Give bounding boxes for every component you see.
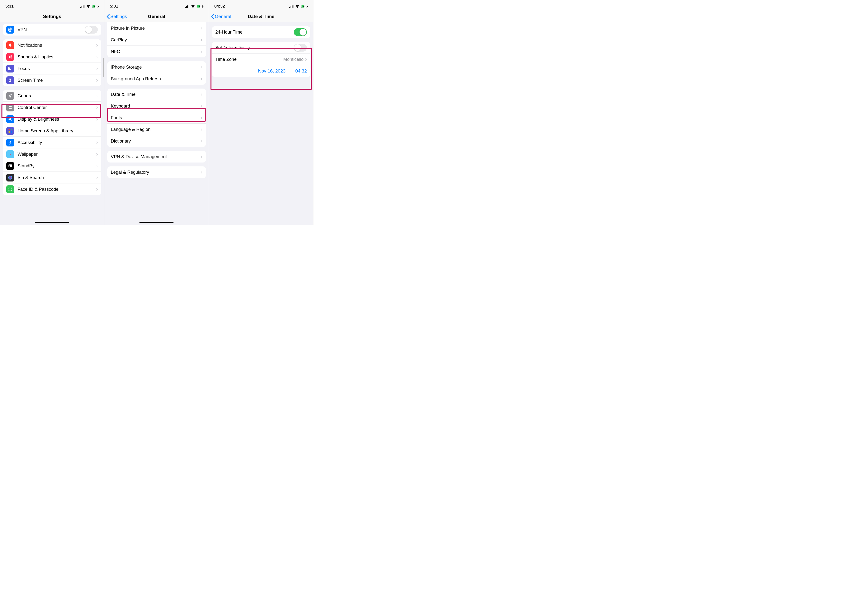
chevron-right-icon: › <box>200 115 202 120</box>
home-indicator[interactable] <box>35 221 69 223</box>
timezone-row[interactable]: Time Zone Monticello › <box>212 53 310 65</box>
general-screen: 5:31 Settings General Picture in Picture… <box>105 0 209 225</box>
svg-rect-1 <box>81 6 82 8</box>
twenty-four-toggle[interactable] <box>294 28 307 36</box>
list-item[interactable]: CarPlay› <box>107 34 206 46</box>
svg-point-20 <box>10 152 11 153</box>
svg-point-23 <box>11 153 12 155</box>
wifi-icon <box>191 5 195 8</box>
list-item[interactable]: Display & Brightness› <box>3 113 101 125</box>
list-item[interactable]: Accessibility› <box>3 137 101 148</box>
svg-rect-17 <box>11 131 12 133</box>
svg-point-11 <box>9 106 10 107</box>
vpn-row[interactable]: VPN <box>3 24 101 36</box>
list-item[interactable]: Dictionary› <box>107 135 206 147</box>
back-button[interactable]: General <box>209 14 231 19</box>
svg-rect-30 <box>186 6 187 8</box>
item-label: iPhone Storage <box>111 64 200 70</box>
bell-icon <box>6 41 14 49</box>
battery-icon <box>301 5 308 8</box>
chevron-right-icon: › <box>200 103 202 109</box>
siri-icon <box>6 174 14 181</box>
list-item[interactable]: Language & Region› <box>107 123 206 135</box>
svg-rect-0 <box>80 7 81 8</box>
item-label: Wallpaper <box>17 151 96 157</box>
svg-rect-37 <box>290 6 291 8</box>
item-label: NFC <box>111 49 200 54</box>
list-item[interactable]: Fonts› <box>107 112 206 123</box>
list-item[interactable]: Face ID & Passcode› <box>3 184 101 195</box>
item-label: Home Screen & App Library <box>17 128 96 134</box>
chevron-right-icon: › <box>200 64 202 70</box>
svg-point-8 <box>9 95 11 97</box>
svg-rect-32 <box>189 5 189 8</box>
list-item[interactable]: Background App Refresh› <box>107 73 206 85</box>
svg-point-18 <box>10 141 11 142</box>
chevron-right-icon: › <box>96 128 98 134</box>
date-value[interactable]: Nov 16, 2023 <box>258 69 286 74</box>
list-item[interactable]: Focus› <box>3 63 101 75</box>
item-label: Focus <box>17 66 96 71</box>
item-label: Accessibility <box>17 140 96 145</box>
svg-point-19 <box>10 154 11 155</box>
cellular-icon <box>80 5 85 8</box>
vpn-label: VPN <box>17 27 85 32</box>
chevron-left-icon <box>106 14 110 19</box>
chevron-right-icon: › <box>96 151 98 157</box>
list-item[interactable]: VPN & Device Management› <box>107 151 206 162</box>
list-item[interactable]: Keyboard› <box>107 100 206 112</box>
item-label: Notifications <box>17 42 96 48</box>
list-item[interactable]: Screen Time› <box>3 75 101 86</box>
wifi-icon <box>86 5 91 8</box>
list-item[interactable]: Picture in Picture› <box>107 22 206 34</box>
list-item[interactable]: Wallpaper› <box>3 148 101 160</box>
item-label: Siri & Search <box>17 175 96 180</box>
settings-screen: 5:31 Settings VPN Notifications›Sounds &… <box>0 0 105 225</box>
time-value[interactable]: 04:32 <box>295 69 307 74</box>
list-item[interactable]: Date & Time› <box>107 89 206 100</box>
status-icons <box>289 5 308 8</box>
status-bar: 04:32 <box>209 0 313 11</box>
wifi-icon <box>295 5 300 8</box>
home-indicator[interactable] <box>139 221 173 223</box>
svg-rect-38 <box>292 5 292 8</box>
item-label: StandBy <box>17 163 96 168</box>
chevron-right-icon: › <box>96 140 98 145</box>
list-item[interactable]: Siri & Search› <box>3 172 101 184</box>
globe-icon <box>6 26 14 34</box>
item-label: Sounds & Haptics <box>17 54 96 59</box>
item-label: Language & Region <box>111 127 200 132</box>
list-item[interactable]: StandBy› <box>3 160 101 172</box>
item-label: Date & Time <box>111 92 200 97</box>
twenty-four-row[interactable]: 24-Hour Time <box>212 26 310 38</box>
grid-icon <box>6 127 14 135</box>
vpn-toggle[interactable] <box>85 26 98 34</box>
datetime-row[interactable]: Nov 16, 2023 04:32 <box>212 65 310 77</box>
list-item[interactable]: Home Screen & App Library› <box>3 125 101 137</box>
set-auto-toggle[interactable] <box>294 44 307 51</box>
chevron-right-icon: › <box>200 25 202 31</box>
set-auto-row[interactable]: Set Automatically <box>212 42 310 53</box>
status-time: 5:31 <box>5 4 14 9</box>
item-label: Picture in Picture <box>111 25 200 31</box>
list-item[interactable]: NFC› <box>107 46 206 58</box>
list-item[interactable]: General› <box>3 90 101 102</box>
item-label: Screen Time <box>17 78 96 83</box>
svg-rect-3 <box>84 5 85 8</box>
page-title: Settings <box>0 14 104 19</box>
list-item[interactable]: Control Center› <box>3 102 101 113</box>
chevron-right-icon: › <box>96 187 98 192</box>
svg-point-22 <box>8 153 10 155</box>
list-item[interactable]: Notifications› <box>3 39 101 51</box>
list-item[interactable]: Sounds & Haptics› <box>3 51 101 63</box>
group-24h: 24-Hour Time <box>212 26 310 38</box>
svg-rect-39 <box>293 5 294 8</box>
list-item[interactable]: Legal & Regulatory› <box>107 167 206 178</box>
sliders-icon <box>6 104 14 111</box>
chevron-right-icon: › <box>200 127 202 132</box>
back-button[interactable]: Settings <box>105 14 127 19</box>
svg-rect-6 <box>98 6 99 7</box>
list-item[interactable]: iPhone Storage› <box>107 61 206 73</box>
group-datetime-settings: Set Automatically Time Zone Monticello ›… <box>212 42 310 77</box>
item-label: General <box>17 93 96 98</box>
